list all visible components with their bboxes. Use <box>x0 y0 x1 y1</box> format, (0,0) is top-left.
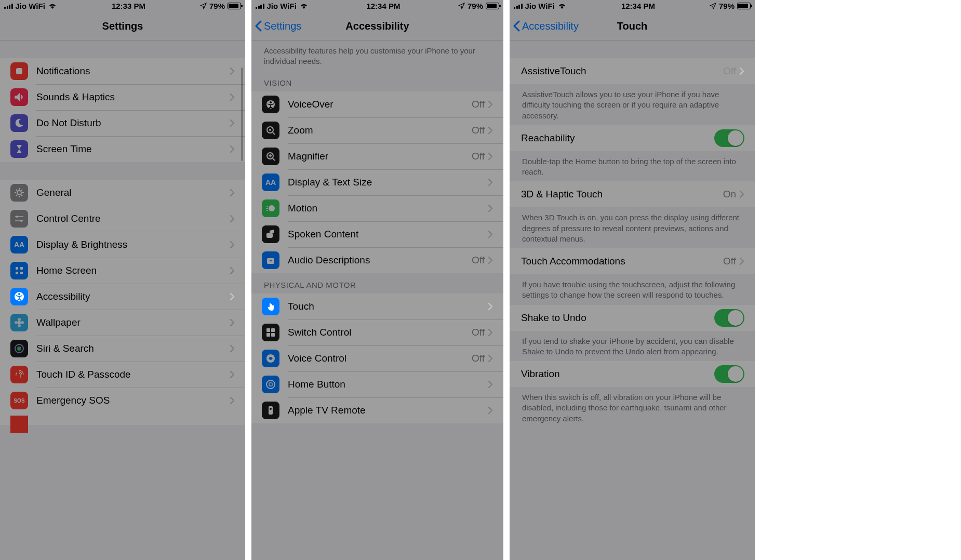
svg-rect-7 <box>16 272 18 274</box>
toggle-switch[interactable] <box>714 365 744 383</box>
clock: 12:34 PM <box>621 2 655 10</box>
row-label: Display & Text Size <box>288 177 488 188</box>
chevron-right-icon <box>488 178 493 186</box>
battery-icon <box>228 3 241 9</box>
svg-point-33 <box>266 380 275 389</box>
back-label: Accessibility <box>522 20 579 32</box>
row-spoken-content[interactable]: Spoken Content <box>251 221 503 247</box>
row-label: Emergency SOS <box>36 395 230 406</box>
row-label: Spoken Content <box>288 229 488 240</box>
row-sounds-haptics[interactable]: Sounds & Haptics <box>0 84 245 110</box>
page-title: Accessibility <box>345 20 409 32</box>
row-label: Control Centre <box>36 213 230 224</box>
sound-icon <box>10 88 28 106</box>
page-title: Touch <box>617 20 648 32</box>
svg-rect-34 <box>269 383 272 386</box>
row-emergency-sos[interactable]: SOSEmergency SOS <box>0 388 245 414</box>
svg-rect-5 <box>16 267 18 270</box>
row-label: Vibration <box>521 368 714 380</box>
chevron-right-icon <box>230 370 235 379</box>
svg-point-1 <box>17 191 21 195</box>
row-voice-control[interactable]: Voice ControlOff <box>251 345 503 371</box>
chevron-right-icon <box>488 204 493 212</box>
page-title: Settings <box>102 20 143 32</box>
row-siri-search[interactable]: Siri & Search <box>0 336 245 362</box>
row-value: Off <box>472 151 485 162</box>
svg-rect-31 <box>271 333 275 337</box>
battery-pct: 79% <box>209 2 225 10</box>
signal-icon <box>514 4 523 9</box>
row-notifications[interactable]: Notifications <box>0 58 245 84</box>
moon-icon <box>10 114 28 132</box>
row-display-brightness[interactable]: AADisplay & Brightness <box>0 232 245 258</box>
row-zoom[interactable]: ZoomOff <box>251 117 503 143</box>
toggle-switch[interactable] <box>714 129 744 147</box>
notif-icon <box>10 62 28 80</box>
svg-rect-29 <box>271 328 275 332</box>
row-vibration[interactable]: Vibration <box>510 361 755 387</box>
nav-bar: Accessibility Touch <box>510 12 755 41</box>
row-touch-id-passcode[interactable]: Touch ID & Passcode <box>0 362 245 388</box>
section-header: VISION <box>251 71 503 91</box>
chevron-right-icon <box>230 266 235 275</box>
wifi-icon <box>299 3 309 9</box>
settings-screen: Jio WiFi 12:33 PM 79% Settings Notificat… <box>0 0 245 560</box>
audio-icon <box>262 251 279 269</box>
section-header: PHYSICAL AND MOTOR <box>251 273 503 294</box>
row-label: AssistiveTouch <box>521 65 723 77</box>
svg-point-13 <box>18 324 21 327</box>
nav-bar: Settings Accessibility <box>251 12 503 41</box>
svg-point-20 <box>270 101 272 103</box>
signal-icon <box>256 4 264 9</box>
toggle-switch[interactable] <box>714 309 744 327</box>
accessibility-screen: Jio WiFi 12:34 PM 79% Settings Accessibi… <box>251 0 503 560</box>
row-shake-to-undo[interactable]: Shake to Undo <box>510 305 755 331</box>
battery-icon <box>486 3 499 9</box>
chevron-right-icon <box>488 152 493 161</box>
chevron-right-icon <box>739 190 744 198</box>
row-display-text-size[interactable]: AADisplay & Text Size <box>251 169 503 195</box>
carrier-label: Jio WiFi <box>525 2 555 10</box>
row-home-button[interactable]: Home Button <box>251 371 503 397</box>
row-audio-descriptions[interactable]: Audio DescriptionsOff <box>251 247 503 273</box>
row-voiceover[interactable]: VoiceOverOff <box>251 91 503 117</box>
row-accessibility[interactable]: Accessibility <box>0 284 245 310</box>
chevron-right-icon <box>230 396 235 405</box>
row-reachability[interactable]: Reachability <box>510 125 755 151</box>
back-button[interactable]: Accessibility <box>513 12 579 40</box>
row-3d-haptic-touch[interactable]: 3D & Haptic TouchOn <box>510 181 755 207</box>
row-screen-time[interactable]: Screen Time <box>0 136 245 162</box>
gear-icon <box>10 184 28 202</box>
row-label: Reachability <box>521 132 714 144</box>
row-touch-accommodations[interactable]: Touch AccommodationsOff <box>510 248 755 274</box>
svg-rect-6 <box>20 267 23 270</box>
row-touch[interactable]: Touch <box>251 294 503 319</box>
chevron-right-icon <box>488 380 493 389</box>
row-motion[interactable]: Motion <box>251 195 503 221</box>
row-do-not-disturb[interactable]: Do Not Disturb <box>0 110 245 136</box>
chevron-right-icon <box>488 256 493 264</box>
row-label: Accessibility <box>36 291 230 302</box>
tv-icon <box>262 402 279 419</box>
row-switch-control[interactable]: Switch ControlOff <box>251 319 503 345</box>
row-value: Off <box>723 65 736 77</box>
row-general[interactable]: General <box>0 180 245 206</box>
row-wallpaper[interactable]: Wallpaper <box>0 310 245 336</box>
row-apple-tv-remote[interactable]: Apple TV Remote <box>251 397 503 423</box>
svg-point-22 <box>269 129 271 131</box>
svg-rect-27 <box>267 258 274 264</box>
row-magnifier[interactable]: MagnifierOff <box>251 143 503 169</box>
row-label: Shake to Undo <box>521 312 714 324</box>
row-value: Off <box>472 353 485 364</box>
svg-point-25 <box>269 205 275 211</box>
voice-icon <box>262 96 279 113</box>
row-label: Wallpaper <box>36 317 230 328</box>
row-assistivetouch[interactable]: AssistiveTouchOff <box>510 58 755 84</box>
back-button[interactable]: Settings <box>255 12 301 40</box>
row-home-screen[interactable]: Home Screen <box>0 258 245 284</box>
clock: 12:33 PM <box>112 2 145 10</box>
row-control-centre[interactable]: Control Centre <box>0 206 245 232</box>
chevron-right-icon <box>230 145 235 153</box>
chevron-right-icon <box>230 344 235 353</box>
scrollbar[interactable] <box>241 68 243 161</box>
